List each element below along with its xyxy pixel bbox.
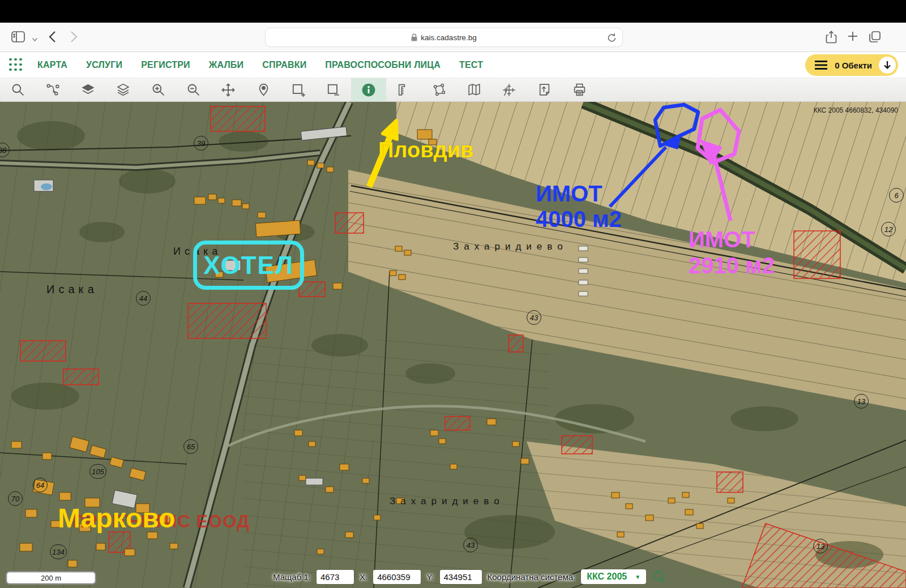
zoom-in-icon[interactable] xyxy=(140,78,176,101)
layers-filled-icon[interactable] xyxy=(70,78,105,101)
parcel-number: 64 xyxy=(33,478,48,492)
select-add-icon[interactable] xyxy=(281,78,316,101)
annotation-imot-blue: ИМОТ 4000 м2 xyxy=(536,181,622,232)
annotation-imot-pink: ИМОТ 2910 м2 xyxy=(689,226,775,278)
objects-count-label: 0 Обекти xyxy=(835,61,872,70)
parcel-number: 134 xyxy=(50,544,67,559)
parcel-number: 43 xyxy=(527,310,541,325)
share-icon[interactable] xyxy=(826,31,837,46)
print-icon[interactable] xyxy=(562,78,597,101)
label-markovo: Марково xyxy=(58,503,176,534)
browser-window: kais.cadastre.bg КАРТА УСЛУГИ РЕГИСТРИ Ж… xyxy=(0,0,906,588)
apps-grid-icon[interactable] xyxy=(9,58,23,72)
map-corner-coordinates: ККС 2005 4660832, 434090 xyxy=(814,106,898,114)
address-bar[interactable]: kais.cadastre.bg xyxy=(265,28,623,47)
annotation-hotel-label: ХОТЕЛ xyxy=(197,244,300,286)
forward-icon[interactable] xyxy=(70,31,78,45)
parcel-number: 105 xyxy=(89,464,106,479)
x-coordinate-input[interactable] xyxy=(373,570,421,584)
new-tab-icon[interactable] xyxy=(847,31,858,44)
parcel-number: 13 xyxy=(854,394,869,409)
parcel-number: 13 xyxy=(813,539,828,553)
objects-download-icon[interactable] xyxy=(879,57,896,74)
crs-value: ККС 2005 xyxy=(587,572,627,582)
coordinates-icon[interactable] xyxy=(492,78,527,101)
back-icon[interactable] xyxy=(49,31,56,45)
label-zaharidievo-bottom: Захаридиево xyxy=(390,496,505,507)
nav-test[interactable]: ТЕСТ xyxy=(459,60,483,70)
pan-icon[interactable] xyxy=(211,78,246,101)
y-coordinate-input[interactable] xyxy=(440,570,482,584)
parcel-number: 39 xyxy=(194,136,208,151)
map-toolbar xyxy=(0,78,906,102)
location-pin-icon[interactable] xyxy=(246,78,281,101)
nav-spravki[interactable]: СПРАВКИ xyxy=(262,60,306,70)
parcel-number: 70 xyxy=(8,491,23,506)
nav-pravosposobni-lica[interactable]: ПРАВОСПОСОБНИ ЛИЦА xyxy=(325,60,441,70)
label-isaka-left: Исака xyxy=(46,283,98,296)
site-nav: КАРТА УСЛУГИ РЕГИСТРИ ЖАЛБИ СПРАВКИ ПРАВ… xyxy=(0,52,906,78)
measure-icon[interactable] xyxy=(386,78,421,101)
chevron-down-icon[interactable] xyxy=(32,34,38,44)
polygon-icon[interactable] xyxy=(421,78,456,101)
export-icon[interactable] xyxy=(527,78,562,101)
url-text: kais.cadastre.bg xyxy=(421,33,476,42)
crs-dropdown[interactable]: ККС 2005 ▼ xyxy=(581,569,646,584)
annotation-hotel-box: ХОТЕЛ xyxy=(193,241,304,290)
lock-icon xyxy=(411,33,417,41)
status-bar: Мащаб 1: X: Y: Координатна система: ККС … xyxy=(273,569,666,584)
nav-registri[interactable]: РЕГИСТРИ xyxy=(141,60,190,70)
select-trace-icon[interactable] xyxy=(35,78,70,101)
refresh-icon[interactable] xyxy=(608,33,617,45)
parcel-number: 65 xyxy=(183,439,198,454)
parcel-number: 44 xyxy=(136,291,151,306)
zoom-out-icon[interactable] xyxy=(176,78,211,101)
sidebar-icon[interactable] xyxy=(11,31,25,45)
parcel-number: 12 xyxy=(881,222,896,237)
objects-button[interactable]: 0 Обекти xyxy=(805,54,898,76)
map-icon[interactable] xyxy=(456,78,492,101)
scale-label: Мащаб 1: xyxy=(273,572,311,582)
scale-bar-label: 200 m xyxy=(41,574,61,582)
imot-pink-line1: ИМОТ xyxy=(689,226,775,252)
crs-dropdown-arrow-icon: ▼ xyxy=(635,574,640,580)
nav-uslugi[interactable]: УСЛУГИ xyxy=(86,60,122,70)
parcel-number: 6 xyxy=(889,188,904,203)
browser-toolbar: kais.cadastre.bg xyxy=(0,23,906,52)
y-label: Y: xyxy=(426,572,434,582)
tab-overview-icon[interactable] xyxy=(869,31,881,45)
hamburger-icon xyxy=(814,60,828,70)
scale-bar: 200 m xyxy=(6,571,96,585)
imot-blue-line1: ИМОТ xyxy=(536,181,622,207)
search-icon[interactable] xyxy=(0,78,35,101)
crs-label: Координатна система: xyxy=(488,572,576,582)
info-icon[interactable] xyxy=(351,78,386,101)
coordinate-search-icon[interactable] xyxy=(652,569,666,584)
macos-top-bar xyxy=(0,0,906,23)
scale-input[interactable] xyxy=(317,570,354,584)
x-label: X: xyxy=(360,572,367,582)
label-zaharidievo-top: Захаридиево xyxy=(453,241,568,252)
nav-karta[interactable]: КАРТА xyxy=(37,60,67,70)
imot-blue-line2: 4000 м2 xyxy=(536,207,622,232)
map-canvas[interactable]: ККС 2005 4660832, 434090 Захаридиево Зах… xyxy=(0,102,906,588)
annotation-plovdiv: Пловдив xyxy=(378,138,473,162)
layers-icon[interactable] xyxy=(105,78,140,101)
select-remove-icon[interactable] xyxy=(316,78,351,101)
imot-pink-line2: 2910 м2 xyxy=(689,252,775,278)
parcel-number: 43 xyxy=(463,538,478,552)
nav-zhalbi[interactable]: ЖАЛБИ xyxy=(209,60,243,70)
